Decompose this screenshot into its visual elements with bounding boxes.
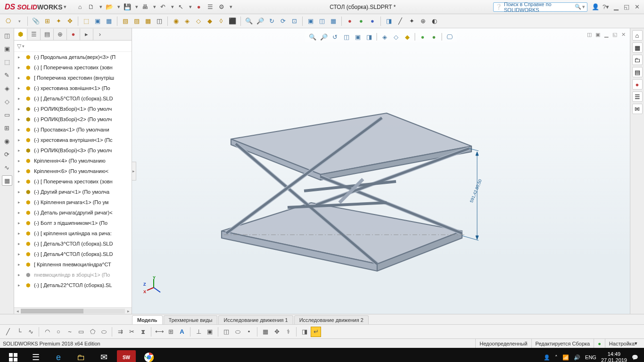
maximize-icon[interactable]: ◱ [622,3,631,11]
expand-icon[interactable]: ▸ [18,189,23,194]
tree-item[interactable]: ▸⬢(-) Деталь ричага(другий ричаг)< [14,207,132,218]
select-icon[interactable]: ↖ [177,3,185,11]
sk-dim-icon[interactable]: ⟷ [154,327,165,337]
save-dd-icon[interactable]: ▾ [135,4,138,10]
sk-pattern-icon[interactable]: ⊞ [165,327,176,337]
cube2-icon[interactable]: ▣ [92,16,103,26]
feat2-icon[interactable]: ◈ [182,16,192,26]
ref3-icon[interactable]: ✦ [406,16,417,26]
hud-section-icon[interactable]: ◫ [342,32,351,41]
expand-icon[interactable]: ▸ [18,107,23,111]
status-custom[interactable]: Настройка ▾ [605,339,641,348]
cube6-icon[interactable]: ▩ [143,16,153,26]
sk-poly-icon[interactable]: ⬠ [87,327,98,337]
view1-icon[interactable]: 🔍 [244,16,254,26]
lr-surf-icon[interactable]: ◇ [2,96,12,107]
vp-tile-icon[interactable]: ▣ [594,31,602,38]
tp-appear-icon[interactable]: ● [632,79,643,90]
sk-end1-icon[interactable]: ◨ [299,327,310,337]
clock[interactable]: 14:49 27.01.2019 [601,351,627,362]
hud-hide-show-icon[interactable]: ◈ [380,32,389,41]
tp-view-icon[interactable]: ▤ [632,67,643,77]
lr-eval-icon[interactable]: ◈ [2,83,12,93]
options-list-icon[interactable]: ☰ [206,3,215,11]
save-icon[interactable]: 💾 [123,3,132,11]
hud-view-orient-icon[interactable]: ▣ [353,32,363,41]
vp-min-icon[interactable]: ▁ [603,31,610,38]
expand-icon[interactable]: ▸ [18,65,23,70]
tree-item[interactable]: ▸⬢[ Кріплення пневмоциліндра^СТ [14,259,132,270]
ref5-icon[interactable]: ◐ [429,16,439,26]
expand-icon[interactable]: ▸ [18,179,23,184]
tree-item[interactable]: ▸⬢(-) [ Деталь4^СТОЛ (сборка).SLD [14,249,132,259]
expand-icon[interactable]: ▸ [18,262,23,267]
sk-circle-icon[interactable]: ○ [53,327,64,337]
tree-tab-next-icon[interactable]: › [93,29,107,40]
clip-icon[interactable]: 📎 [31,16,41,26]
color3-icon[interactable]: ● [367,16,378,26]
lr-feat-icon[interactable]: ▣ [2,43,12,54]
status-rebuild-icon[interactable]: ● [594,339,605,348]
sk-line-icon[interactable]: ╱ [3,327,13,337]
new-dd-icon[interactable]: ▾ [99,4,102,10]
tree-item[interactable]: ▸⬢(-) РОЛИК(Взборі)<1> (По умолч [14,104,132,114]
tp-lib-icon[interactable]: ▦ [632,42,643,53]
viewport[interactable]: ▸ 🔍 🔎 ↺ ◫ ▣ ◨ ◈ ◇ ◆ ● ● 🖵 ◫ ▣ ▁ ◱ ✕ [132,28,630,314]
network-icon[interactable]: 📶 [562,354,569,361]
tool-dd-icon[interactable]: ▾ [14,16,25,26]
sk-trim-icon[interactable]: ✂ [126,327,137,337]
tp-forum-icon[interactable]: ✉ [632,104,643,114]
cube3-icon[interactable]: ▦ [104,16,114,26]
tp-home-icon[interactable]: ⌂ [632,30,643,41]
move-icon[interactable]: ✥ [65,16,75,26]
sk-conv-icon[interactable]: ◫ [221,327,231,337]
ref4-icon[interactable]: ⊕ [418,16,428,26]
expand-icon[interactable]: ▸ [18,210,23,215]
close-icon[interactable]: ✕ [633,3,641,11]
sk-offset-icon[interactable]: ⇉ [115,327,125,337]
print-icon[interactable]: 🖶 [141,3,149,11]
cube7-icon[interactable]: ◫ [154,16,165,26]
open-icon[interactable]: 📂 [105,3,114,11]
tree-filter[interactable]: ▽ ▾ [14,41,132,52]
tree-item[interactable]: ▸⬢(-) РОЛИК(Взборі)<3> (По умолч [14,145,132,156]
hud-display-style-icon[interactable]: ◨ [364,32,374,41]
view4-icon[interactable]: ⟳ [278,16,288,26]
feat3-icon[interactable]: ◇ [193,16,204,26]
tree-tab-config-icon[interactable]: ▤ [41,29,54,40]
expand-icon[interactable]: ▸ [18,86,23,90]
pattern-icon[interactable]: ⊞ [42,16,52,26]
expand-icon[interactable]: ▸ [18,221,23,225]
vp-max-icon[interactable]: ◱ [611,31,619,38]
expand-icon[interactable]: ▸ [18,148,23,153]
start-button[interactable] [2,348,25,362]
lr-weld-icon[interactable]: ⊞ [2,123,12,133]
tp-props-icon[interactable]: ☰ [632,91,643,102]
undo-icon[interactable]: ↶ [159,3,167,11]
tree-item[interactable]: ▸⬢(-) хрестовина зовнішня<1> (По [14,83,132,93]
sk-corner-icon[interactable]: └ [14,327,25,337]
ref2-icon[interactable]: ╱ [395,16,405,26]
hud-scene-icon[interactable]: ◆ [403,32,412,41]
settings-icon[interactable]: ⚙ [217,3,226,11]
sk-grid-icon[interactable]: ▦ [260,327,271,337]
sk-repair-icon[interactable]: ⚕ [283,327,293,337]
tree-item[interactable]: ▸⬢Кріплення<4> (По умолчанию [14,156,132,166]
expand-icon[interactable]: ▸ [18,127,23,132]
sk-rect-icon[interactable]: ▭ [76,327,86,337]
vp-close-icon[interactable]: ✕ [619,31,627,38]
sk-curve-icon[interactable]: ∿ [25,327,36,337]
mail-icon[interactable]: ✉ [92,348,115,362]
expand-icon[interactable]: ▸ [18,55,23,59]
lang-indicator[interactable]: ENG [585,354,596,360]
volume-icon[interactable]: 🔊 [574,354,580,361]
tree-item[interactable]: ▸⬢пневмоциліндр в зборці<1> (По [14,270,132,280]
smart-icon[interactable]: ✦ [53,16,64,26]
disp2-icon[interactable]: ◫ [317,16,327,26]
hud-render-icon[interactable]: ● [429,32,439,41]
open-dd-icon[interactable]: ▾ [117,4,120,10]
color2-icon[interactable]: ● [356,16,366,26]
tray-up-icon[interactable]: ˄ [555,354,558,361]
lr-part-icon[interactable]: ⬚ [2,57,12,67]
hud-zoom-area-icon[interactable]: 🔎 [319,32,329,41]
